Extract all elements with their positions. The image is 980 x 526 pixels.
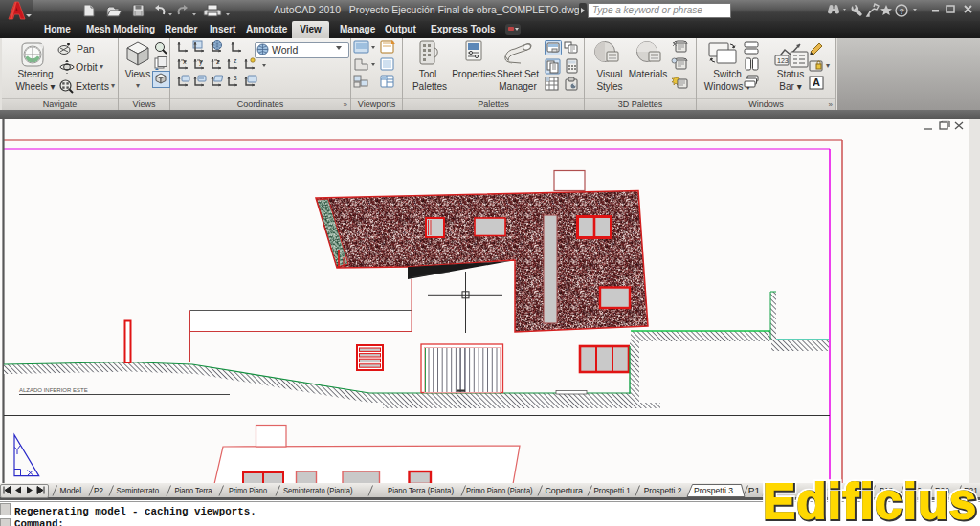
svg-text:Seminterrato (Pianta): Seminterrato (Pianta) bbox=[283, 486, 353, 495]
svg-text:z: z bbox=[234, 57, 237, 64]
svg-text:Prospetti 2: Prospetti 2 bbox=[644, 486, 682, 495]
svg-text:Model: Model bbox=[60, 486, 82, 495]
svg-text:A: A bbox=[813, 77, 820, 88]
svg-text:Primo Piano: Primo Piano bbox=[229, 486, 267, 495]
svg-text:123: 123 bbox=[777, 57, 789, 64]
svg-text:P2: P2 bbox=[94, 486, 103, 495]
svg-text:Prospetti 1: Prospetti 1 bbox=[593, 486, 630, 495]
svg-text:Seminterrato: Seminterrato bbox=[117, 486, 160, 495]
svg-text:?: ? bbox=[900, 7, 905, 16]
svg-text:Piano Terra (Pianta): Piano Terra (Pianta) bbox=[388, 486, 454, 495]
svg-text:Piano Terra: Piano Terra bbox=[175, 486, 212, 495]
svg-text:Copertura: Copertura bbox=[545, 486, 583, 495]
svg-text:ALZADO INFERIOR ESTE: ALZADO INFERIOR ESTE bbox=[19, 387, 88, 393]
svg-text:Prospetti 3: Prospetti 3 bbox=[694, 486, 733, 495]
svg-text:Primo Piano (Pianta): Primo Piano (Pianta) bbox=[466, 486, 533, 495]
svg-text:3: 3 bbox=[234, 75, 237, 81]
